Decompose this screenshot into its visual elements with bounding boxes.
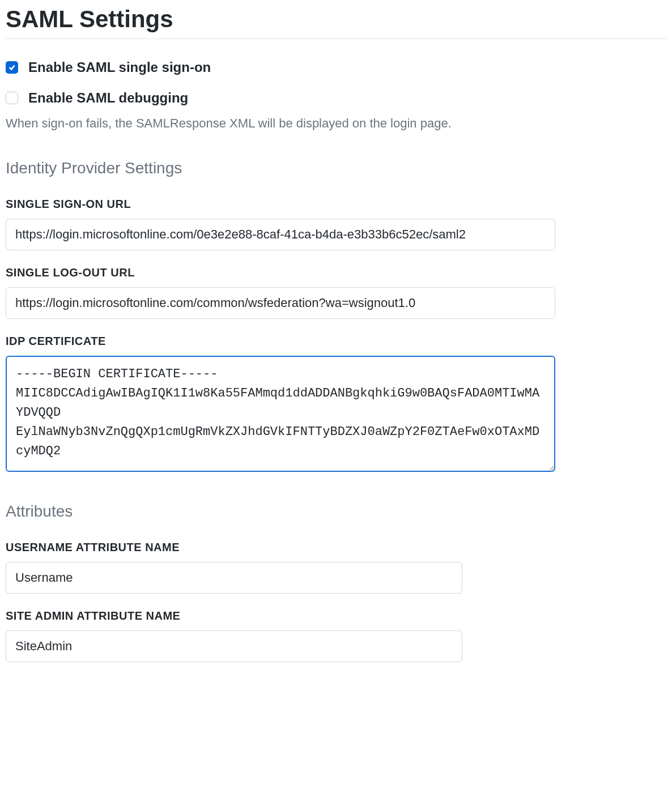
username-attribute-label: USERNAME ATTRIBUTE NAME — [6, 541, 666, 554]
enable-saml-debugging-label: Enable SAML debugging — [28, 90, 188, 106]
idp-settings-heading: Identity Provider Settings — [6, 159, 666, 177]
site-admin-attribute-label: SITE ADMIN ATTRIBUTE NAME — [6, 609, 666, 623]
idp-certificate-label: IDP CERTIFICATE — [6, 335, 666, 348]
enable-saml-sso-label: Enable SAML single sign-on — [28, 59, 211, 75]
sso-url-label: SINGLE SIGN-ON URL — [6, 198, 666, 211]
idp-certificate-textarea[interactable] — [6, 356, 555, 472]
check-icon — [8, 63, 16, 71]
debugging-help-text: When sign-on fails, the SAMLResponse XML… — [6, 116, 666, 131]
enable-saml-sso-checkbox[interactable] — [6, 61, 18, 74]
username-attribute-input[interactable] — [6, 562, 462, 594]
slo-url-label: SINGLE LOG-OUT URL — [6, 266, 666, 279]
site-admin-attribute-input[interactable] — [6, 630, 462, 662]
slo-url-input[interactable] — [6, 287, 555, 319]
page-title: SAML Settings — [6, 6, 666, 39]
attributes-heading: Attributes — [6, 502, 666, 521]
enable-saml-debugging-checkbox[interactable] — [6, 92, 18, 104]
sso-url-input[interactable] — [6, 219, 555, 250]
